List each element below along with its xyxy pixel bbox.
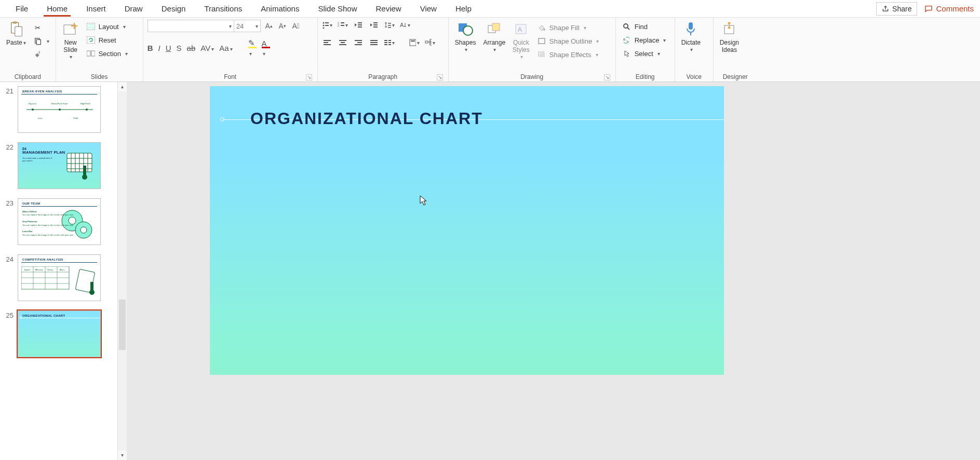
section-icon — [86, 49, 96, 58]
svg-point-75 — [32, 109, 34, 111]
columns-button[interactable]: ▾ — [384, 37, 395, 48]
text-direction-button[interactable]: A▾ — [400, 20, 410, 30]
shapes-button[interactable]: Shapes▾ — [453, 20, 478, 53]
tab-slideshow[interactable]: Slide Show — [308, 1, 366, 16]
replace-button[interactable]: abReplace▾ — [620, 34, 668, 46]
font-size-value[interactable]: 24 — [234, 20, 252, 32]
paragraph-launcher[interactable]: ↘ — [437, 74, 443, 80]
char-spacing-button[interactable]: AV▾ — [200, 44, 214, 52]
decrease-indent-button[interactable] — [353, 20, 364, 30]
svg-text:Big Loss: Big Loss — [29, 102, 36, 105]
tab-review[interactable]: Review — [366, 1, 410, 16]
shape-fill-button[interactable]: Shape Fill▾ — [535, 22, 601, 33]
svg-rect-50 — [388, 42, 391, 43]
scroll-up-button[interactable]: ▴ — [118, 82, 127, 91]
layout-icon — [86, 22, 96, 31]
paste-button[interactable]: Paste▾ — [4, 20, 28, 48]
underline-button[interactable]: U — [166, 44, 171, 52]
scroll-down-button[interactable]: ▾ — [118, 451, 127, 460]
comments-button[interactable]: Comments — [924, 4, 974, 13]
highlight-button[interactable]: ✎▾ — [248, 38, 257, 57]
dictate-button[interactable]: Dictate▾ — [679, 20, 703, 53]
copy-button[interactable]: ▾ — [31, 35, 51, 47]
new-slide-button[interactable]: New Slide ▾ — [60, 20, 81, 61]
svg-rect-37 — [324, 44, 331, 45]
align-right-button[interactable] — [353, 37, 364, 48]
svg-rect-72 — [689, 22, 693, 30]
effects-icon — [537, 50, 546, 59]
svg-rect-27 — [358, 26, 362, 28]
thumbnail-25[interactable]: 25 ORGANIZATIONAL CHART — [0, 308, 117, 364]
thumbnail-pane[interactable]: 21 BREAK-EVEN ANALYSIS Big Loss Break-Ev… — [0, 82, 117, 460]
find-button[interactable]: Find — [620, 21, 668, 32]
share-label: Share — [892, 5, 911, 13]
slide-25[interactable]: ORGANIZATIONAL CHART — [210, 86, 724, 375]
thumbnail-23[interactable]: 23 OUR TEAM Aileen CliffordYou can repla… — [0, 196, 117, 252]
justify-button[interactable] — [369, 37, 379, 48]
group-label-designer: Designer — [718, 72, 753, 82]
share-button[interactable]: Share — [876, 2, 917, 16]
comments-label: Comments — [936, 4, 974, 13]
quick-styles-button[interactable]: A Quick Styles▾ — [511, 20, 532, 61]
strike-button[interactable]: ab — [187, 44, 196, 52]
increase-font-button[interactable]: A▴ — [264, 21, 274, 31]
shadow-button[interactable]: S — [177, 44, 182, 52]
paste-label: Paste — [6, 39, 22, 46]
tab-draw[interactable]: Draw — [115, 1, 152, 16]
drawing-launcher[interactable]: ↘ — [604, 74, 610, 80]
scroll-thumb[interactable] — [119, 300, 126, 350]
increase-indent-button[interactable] — [369, 20, 379, 30]
shape-outline-button[interactable]: Shape Outline▾ — [535, 35, 601, 47]
font-color-button[interactable]: A▾ — [262, 39, 270, 57]
bold-button[interactable]: B — [147, 44, 153, 52]
bullets-button[interactable]: ▾ — [322, 20, 332, 30]
font-launcher[interactable]: ↘ — [306, 74, 312, 80]
tab-file[interactable]: File — [6, 1, 37, 16]
svg-rect-65 — [539, 38, 545, 44]
tab-insert[interactable]: Insert — [77, 1, 115, 16]
align-left-button[interactable] — [322, 37, 332, 48]
layout-button[interactable]: Layout▾ — [84, 21, 130, 32]
shape-effects-button[interactable]: Shape Effects▾ — [535, 49, 601, 60]
search-icon — [622, 22, 632, 31]
shapes-label: Shapes — [455, 39, 476, 46]
tab-home[interactable]: Home — [37, 1, 77, 16]
italic-button[interactable]: I — [158, 44, 160, 52]
align-text-button[interactable]: ▾ — [409, 37, 420, 48]
svg-point-64 — [543, 29, 545, 31]
smartart-button[interactable]: ▾ — [425, 37, 435, 48]
thumbnail-24[interactable]: 24 COMPETITION ANALYSIS JupiterMercuryVe… — [0, 252, 117, 308]
svg-point-18 — [323, 25, 324, 26]
svg-rect-28 — [373, 22, 378, 23]
arrange-button[interactable]: Arrange▾ — [481, 20, 507, 53]
thumbnail-21[interactable]: 21 BREAK-EVEN ANALYSIS Big Loss Break-Ev… — [0, 84, 117, 140]
slide-title[interactable]: ORGANIZATIONAL CHART — [250, 109, 483, 128]
thumb-title: BREAK-EVEN ANALYSIS — [18, 87, 100, 94]
workspace: 21 BREAK-EVEN ANALYSIS Big Loss Break-Ev… — [0, 82, 980, 460]
tab-transitions[interactable]: Transitions — [195, 1, 251, 16]
thumbnail-22[interactable]: 22 04 MANAGEMENT PLAN You could enter a … — [0, 140, 117, 196]
change-case-button[interactable]: Aa▾ — [219, 44, 232, 52]
clear-formatting-button[interactable]: A⃠ — [291, 21, 301, 31]
thumbnails-scrollbar[interactable]: ▴ ▾ — [117, 82, 127, 460]
tab-design[interactable]: Design — [152, 1, 195, 16]
svg-text:2: 2 — [338, 24, 339, 27]
reset-icon — [86, 35, 96, 45]
format-painter-button[interactable] — [31, 49, 51, 60]
tab-view[interactable]: View — [411, 1, 446, 16]
design-ideas-button[interactable]: Design Ideas — [718, 20, 741, 55]
paintbrush-icon — [33, 50, 43, 59]
decrease-font-button[interactable]: A▾ — [277, 21, 288, 31]
cut-button[interactable]: ✂ — [31, 22, 51, 33]
font-name-combo[interactable]: ▾ 24▾ — [147, 20, 261, 32]
align-center-button[interactable] — [338, 37, 348, 48]
numbering-button[interactable]: 12▾ — [338, 20, 348, 30]
reset-button[interactable]: Reset — [84, 34, 130, 46]
slide-canvas-area[interactable]: ORGANIZATIONAL CHART — [127, 82, 980, 460]
select-button[interactable]: Select▾ — [620, 48, 668, 59]
svg-rect-36 — [324, 42, 328, 43]
tab-animations[interactable]: Animations — [251, 1, 308, 16]
section-button[interactable]: Section▾ — [84, 48, 130, 59]
tab-help[interactable]: Help — [446, 1, 481, 16]
line-spacing-button[interactable]: ▾ — [384, 20, 395, 30]
